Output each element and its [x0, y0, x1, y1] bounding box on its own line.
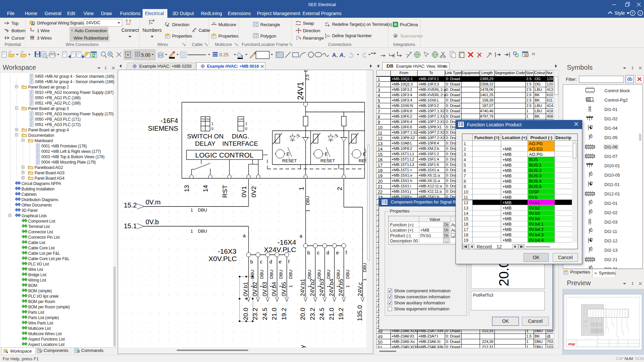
svg-text:0V.b: 0V.b: [146, 218, 159, 226]
svg-text:23.2: 23.2: [309, 308, 316, 320]
svg-text:DBU: DBU: [326, 270, 331, 279]
svg-text:X24V.PLC: X24V.PLC: [264, 246, 296, 253]
svg-text:E: E: [286, 152, 289, 157]
svg-text:24.5: 24.5: [318, 308, 325, 320]
svg-text:0V2: 0V2: [250, 186, 257, 197]
svg-text:DBU: DBU: [269, 270, 274, 279]
svg-text:RST: RST: [221, 185, 228, 198]
svg-text:DBU: DBU: [259, 270, 264, 279]
svg-text:24V.b4: 24V.b4: [328, 279, 335, 296]
svg-text:A: A: [332, 52, 336, 58]
svg-text:15.1: 15.1: [124, 222, 137, 230]
svg-text:b: b: [307, 250, 310, 255]
svg-text:1: 1: [211, 122, 213, 126]
svg-text:20.0: 20.0: [299, 308, 306, 320]
svg-text:a: a: [243, 233, 246, 238]
svg-text:e: e: [279, 259, 281, 264]
svg-text:19.2: 19.2: [280, 308, 287, 320]
svg-text:0V.m: 0V.m: [146, 198, 161, 206]
svg-text:24V.c: 24V.c: [357, 282, 363, 296]
svg-text:13: 13: [183, 185, 190, 192]
svg-text:1: 1: [345, 285, 350, 288]
svg-text:N/1: N/1: [327, 35, 330, 37]
svg-text:e: e: [336, 250, 339, 255]
svg-text:DBU: DBU: [278, 270, 283, 279]
svg-text:TD1: TD1: [201, 118, 206, 120]
svg-text:-16X4: -16X4: [277, 238, 296, 246]
svg-text:c: c: [260, 259, 263, 264]
svg-text:5.00: 5.00: [141, 52, 150, 58]
svg-text:TD2: TD2: [206, 118, 210, 120]
svg-text:L1: L1: [152, 19, 154, 22]
svg-text:DIAG.: DIAG.: [232, 133, 249, 140]
svg-text:21.0: 21.0: [271, 308, 278, 320]
svg-text:24V.b5: 24V.b5: [338, 279, 344, 296]
svg-text:c: c: [317, 250, 320, 255]
svg-text:RESET: RESET: [320, 158, 335, 163]
svg-text:0: 0: [211, 127, 213, 131]
svg-text:i: i: [640, 11, 641, 15]
svg-text:DBU: DBU: [317, 270, 322, 279]
svg-text:0V.b2: 0V.b2: [252, 282, 258, 296]
svg-text:a: a: [300, 233, 303, 239]
svg-text:RESET: RESET: [282, 158, 297, 163]
svg-text:COM: COM: [238, 118, 243, 120]
svg-text:24V1: 24V1: [296, 82, 305, 100]
svg-text:W: W: [410, 51, 412, 54]
svg-text:2: 2: [336, 187, 343, 190]
svg-text:DELAY: DELAY: [195, 140, 216, 147]
svg-text:19.2: 19.2: [337, 308, 344, 320]
svg-text:b: b: [250, 259, 253, 264]
svg-text:RESET: RESET: [359, 158, 366, 163]
svg-text:SIEMENS: SIEMENS: [148, 125, 178, 132]
svg-text:-16X3: -16X3: [218, 247, 236, 255]
svg-text:23.2: 23.2: [252, 308, 259, 320]
svg-text:etap: etap: [568, 342, 575, 346]
svg-text:1: 1: [191, 229, 193, 234]
svg-text:DBU: DBU: [305, 196, 310, 205]
svg-text:15.2: 15.2: [124, 201, 137, 209]
svg-text:W: W: [213, 21, 215, 24]
svg-text:A: A: [325, 22, 327, 25]
svg-text:DBU: DBU: [304, 70, 308, 72]
svg-text:E: E: [325, 152, 328, 157]
svg-text:0V.b5: 0V.b5: [281, 282, 287, 296]
svg-text:135.0: 135.0: [356, 305, 363, 321]
svg-text:d: d: [326, 250, 329, 255]
svg-text:X0V.PLC: X0V.PLC: [209, 255, 237, 262]
svg-text:DBU: DBU: [307, 270, 312, 279]
svg-text:20.0: 20.0: [242, 308, 249, 320]
svg-text:DBU: DBU: [345, 270, 350, 279]
svg-text:DBU: DBU: [198, 229, 207, 234]
svg-text:A: A: [339, 52, 343, 58]
svg-text:INTERFACE: INTERFACE: [222, 140, 258, 147]
svg-text:1: 1: [298, 187, 305, 190]
svg-text:DBU: DBU: [198, 207, 207, 213]
svg-text:0V.b3: 0V.b3: [262, 282, 268, 296]
svg-text:24V.b2: 24V.b2: [309, 279, 316, 296]
svg-text:DBU: DBU: [250, 270, 255, 279]
svg-text:21.0: 21.0: [328, 308, 335, 320]
svg-text:DBU: DBU: [336, 270, 341, 279]
svg-text:d: d: [269, 259, 272, 264]
svg-text:1: 1: [191, 207, 193, 213]
svg-text:24V.b3: 24V.b3: [319, 279, 325, 296]
svg-text:ly: ly: [299, 345, 306, 348]
svg-text:1: 1: [149, 23, 150, 25]
svg-text:0: 0: [245, 127, 247, 131]
svg-text:14: 14: [202, 185, 209, 192]
svg-text:0V1: 0V1: [240, 186, 248, 197]
svg-text:1: 1: [288, 285, 293, 288]
svg-text:1: 1: [245, 122, 247, 126]
svg-text:W: W: [194, 27, 197, 31]
svg-text:-16F4: -16F4: [161, 117, 178, 124]
svg-text:E: E: [363, 152, 366, 157]
svg-text:24.5: 24.5: [261, 308, 268, 320]
svg-text:0V.b1: 0V.b1: [243, 282, 249, 296]
svg-text:0.25: 0.25: [219, 52, 228, 57]
svg-text:DBU: DBU: [362, 263, 366, 272]
svg-text:2.5: 2.5: [305, 74, 310, 80]
svg-text:1: 1: [305, 209, 310, 212]
svg-text:0V.b4: 0V.b4: [271, 282, 277, 296]
svg-text:Style: Style: [614, 10, 625, 16]
